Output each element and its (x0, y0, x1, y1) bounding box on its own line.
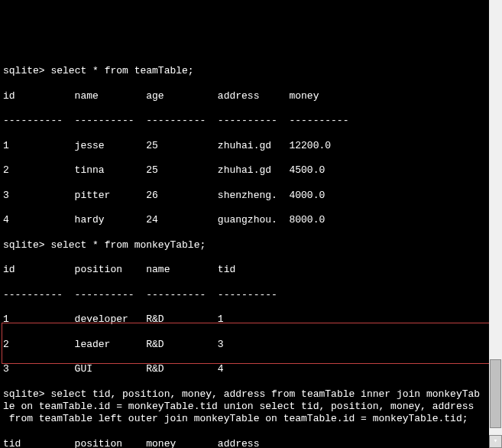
vertical-scrollbar[interactable]: ▾ (489, 0, 502, 448)
table-row: 2 leader R&D 3 (3, 339, 499, 351)
prompt-line: sqlite> select tid, position, money, add… (3, 388, 499, 426)
table-row: 3 pitter 26 shenzheng. 4000.0 (3, 190, 499, 202)
sqlite-prompt: sqlite> (3, 65, 45, 76)
prompt-line: sqlite> select * from teamTable; (3, 65, 499, 77)
table-row: 3 GUI R&D 4 (3, 363, 499, 375)
table-row: 2 tinna 25 zhuhai.gd 4500.0 (3, 164, 499, 177)
sqlite-prompt: sqlite> (3, 239, 45, 251)
query-text: select * from teamTable; (50, 65, 193, 76)
column-headers: tid position money address (3, 438, 499, 448)
query-text: select * from monkeyTable; (50, 239, 206, 251)
query-text: select tid, position, money, address fro… (3, 388, 480, 425)
separator: ---------- ---------- ---------- -------… (3, 115, 499, 127)
prompt-line: sqlite> select * from monkeyTable; (3, 239, 499, 252)
table-row: 1 jesse 25 zhuhai.gd 12200.0 (3, 140, 499, 152)
scrollbar-thumb[interactable] (490, 359, 501, 428)
column-headers: id name age address money (3, 90, 499, 102)
scrollbar-down-arrow-icon[interactable]: ▾ (489, 435, 502, 448)
table-row: 1 developer R&D 1 (3, 313, 499, 326)
column-headers: id position name tid (3, 264, 499, 276)
sqlite-prompt: sqlite> (3, 388, 45, 400)
separator: ---------- ---------- ---------- -------… (3, 289, 499, 301)
terminal-output[interactable]: sqlite> select * from teamTable; id name… (0, 50, 502, 448)
table-row: 4 hardy 24 guangzhou. 8000.0 (3, 214, 499, 226)
